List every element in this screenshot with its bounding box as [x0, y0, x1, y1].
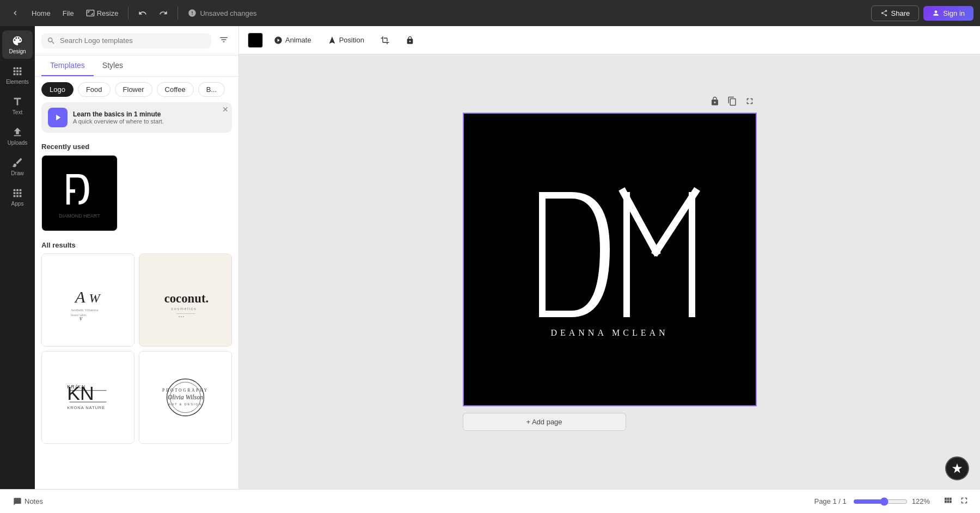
dm-monogram	[517, 181, 702, 328]
floating-help-button[interactable]	[945, 456, 969, 480]
filter-icon	[219, 35, 229, 45]
svg-text:beauty salon: beauty salon	[71, 313, 86, 316]
canvas-area: Animate Position	[239, 26, 980, 489]
svg-text:A: A	[74, 288, 85, 306]
grid-view-button[interactable]	[941, 493, 955, 509]
divider	[128, 7, 128, 20]
tag-coffee[interactable]: Coffee	[157, 82, 194, 97]
svg-text:V: V	[79, 316, 83, 321]
magic-icon	[951, 462, 963, 474]
sidebar-item-apps[interactable]: Apps	[2, 183, 33, 211]
canvas-copy-button[interactable]	[725, 94, 739, 110]
redo-button[interactable]	[155, 7, 172, 20]
template-item-3[interactable]: KR/KN KN KRONA NATURE	[41, 351, 134, 444]
panel-tabs: Templates Styles	[35, 55, 238, 77]
filter-button[interactable]	[216, 32, 232, 50]
sidebar-item-text[interactable]: Text	[2, 91, 33, 120]
canvas-actions	[708, 94, 757, 110]
main-area: Design Elements Text Uploads Draw Apps	[0, 26, 980, 489]
view-buttons	[941, 493, 971, 509]
svg-text:coconut.: coconut.	[164, 292, 209, 305]
tag-more[interactable]: B...	[198, 82, 225, 97]
position-button[interactable]: Position	[322, 33, 370, 48]
svg-text:cosmetics: cosmetics	[171, 306, 197, 310]
svg-rect-22	[539, 192, 546, 317]
svg-rect-25	[623, 192, 630, 317]
grid-icon	[943, 496, 953, 505]
svg-text:PHOTOGRAPHY: PHOTOGRAPHY	[162, 388, 209, 393]
home-button[interactable]: Home	[27, 7, 55, 20]
search-input[interactable]	[60, 36, 206, 45]
template-grid: A W Aesthetic Villanova beauty salon V c…	[41, 254, 232, 444]
topbar-left: Home File Resize Unsaved changes	[7, 7, 867, 20]
signin-button[interactable]: Sign in	[923, 6, 973, 21]
resize-button[interactable]: Resize	[82, 7, 123, 20]
divider2	[177, 7, 178, 20]
canvas-lock-button[interactable]	[708, 94, 722, 110]
canvas-document[interactable]: DEANNA MCLEAN	[463, 113, 757, 406]
all-results-label: All results	[41, 236, 232, 254]
search-bar	[35, 26, 238, 55]
sidebar-item-elements[interactable]: Elements	[2, 61, 33, 89]
recently-used-row: DIAMOND HEART	[41, 155, 232, 231]
color-swatch[interactable]	[248, 33, 263, 48]
back-button[interactable]	[7, 7, 24, 20]
tag-flower[interactable]: Flower	[115, 82, 152, 97]
close-tutorial-button[interactable]: ✕	[222, 106, 229, 113]
svg-rect-2	[66, 189, 75, 193]
undo-button[interactable]	[134, 7, 151, 20]
icon-sidebar: Design Elements Text Uploads Draw Apps	[0, 26, 35, 489]
svg-text:KN: KN	[67, 382, 94, 404]
add-page-button[interactable]: + Add page	[463, 413, 626, 431]
share-button[interactable]: Share	[871, 5, 920, 21]
svg-rect-26	[689, 192, 695, 317]
search-input-wrap	[41, 33, 211, 48]
templates-panel: Templates Styles Logo Food Flower Coffee…	[35, 26, 239, 489]
recent-template-1[interactable]: DIAMOND HEART	[41, 155, 118, 231]
fullscreen-icon	[959, 496, 969, 505]
search-icon	[47, 36, 56, 45]
notes-icon	[13, 497, 22, 506]
sidebar-item-design[interactable]: Design	[2, 30, 33, 59]
animate-button[interactable]: Animate	[268, 33, 317, 48]
file-button[interactable]: File	[58, 7, 78, 20]
canvas-name-text: DEANNA MCLEAN	[550, 328, 668, 338]
tag-food[interactable]: Food	[78, 82, 111, 97]
lock-icon	[710, 96, 720, 106]
page-indicator: Page 1 / 1	[814, 497, 846, 505]
crop-button[interactable]	[375, 33, 395, 48]
canvas-doc-wrap: DEANNA MCLEAN + Add page	[463, 113, 757, 431]
notes-button[interactable]: Notes	[9, 495, 47, 508]
lock-button[interactable]	[400, 33, 420, 48]
svg-text:▪ ▪ ▪: ▪ ▪ ▪	[178, 314, 183, 318]
template-item-2[interactable]: coconut. cosmetics ▪ ▪ ▪	[139, 254, 232, 347]
template-item-4[interactable]: PHOTOGRAPHY Olivia Wilson ART & DESIGN	[139, 351, 232, 444]
svg-rect-1	[66, 174, 79, 177]
tab-templates[interactable]: Templates	[41, 55, 94, 76]
fullscreen-button[interactable]	[957, 493, 971, 509]
zoom-slider[interactable]	[853, 497, 908, 506]
zoom-control: 122%	[853, 497, 930, 506]
unsaved-indicator: Unsaved changes	[183, 7, 261, 20]
svg-rect-23	[539, 192, 572, 199]
canvas-toolbar: Animate Position	[239, 26, 980, 54]
zoom-level: 122%	[912, 497, 930, 505]
tag-logo[interactable]: Logo	[41, 82, 74, 97]
svg-text:KRONA NATURE: KRONA NATURE	[67, 405, 105, 410]
recently-used-label: Recently used	[41, 137, 232, 155]
sidebar-item-uploads[interactable]: Uploads	[2, 122, 33, 150]
canvas-viewport[interactable]: DEANNA MCLEAN + Add page	[239, 54, 980, 489]
svg-rect-24	[539, 311, 572, 317]
svg-text:Aesthetic Villanova: Aesthetic Villanova	[71, 308, 99, 312]
svg-text:Olivia Wilson: Olivia Wilson	[168, 393, 203, 401]
canvas-expand-button[interactable]	[743, 94, 757, 110]
sidebar-item-draw[interactable]: Draw	[2, 152, 33, 181]
panel-content: Recently used DIAMOND HEART All results	[35, 137, 238, 489]
topbar: Home File Resize Unsaved changes Share S…	[0, 0, 980, 26]
svg-text:ART & DESIGN: ART & DESIGN	[168, 403, 202, 406]
play-icon	[53, 113, 63, 122]
template-item-1[interactable]: A W Aesthetic Villanova beauty salon V	[41, 254, 134, 347]
copy-icon	[727, 96, 737, 106]
tab-styles[interactable]: Styles	[94, 55, 132, 76]
tag-row: Logo Food Flower Coffee B...	[35, 77, 238, 102]
